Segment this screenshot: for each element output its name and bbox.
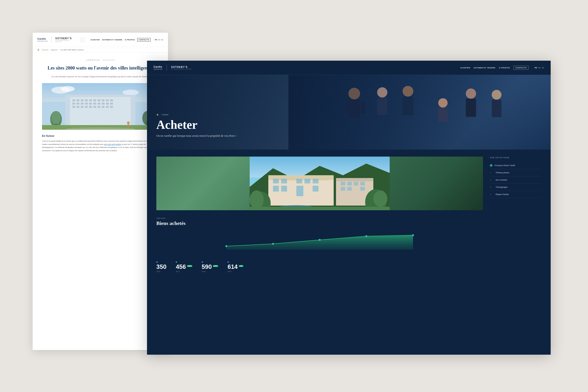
right-cardis-name: Cardis [154, 65, 162, 68]
svg-rect-8 [76, 100, 79, 101]
svg-rect-26 [110, 103, 113, 104]
nav-estimer[interactable]: ESTIMER ET VENDRE [102, 39, 122, 41]
breadcrumb-magazine[interactable]: Magazine [51, 49, 58, 51]
svg-rect-72 [281, 186, 287, 192]
search-input[interactable] [80, 37, 85, 42]
svg-point-88 [373, 190, 387, 207]
stat-2018: 590+30% 2018 [202, 261, 218, 272]
svg-point-96 [319, 239, 320, 241]
svg-rect-16 [110, 100, 113, 101]
cardis-brand-sub: IMMOBILIER [37, 40, 48, 42]
lang-en[interactable]: EN [158, 39, 160, 40]
lang-fr[interactable]: FR [155, 39, 157, 40]
breadcrumb-home-icon[interactable]: 🏠 [37, 49, 40, 51]
svg-rect-17 [72, 103, 75, 104]
hero-breadcrumb: 🏠 › Acheter [156, 114, 236, 116]
svg-point-43 [127, 121, 130, 124]
hero-breadcrumb-sep: › [160, 114, 161, 116]
article-body: C'est sur la quasi-totalité de la Suisse… [42, 140, 159, 152]
svg-rect-19 [81, 103, 84, 104]
article-subtitle: Les sites durables reposent sur une stra… [42, 75, 159, 78]
sidebar-item-3[interactable]: 3 Nos courtiers [490, 176, 541, 184]
cardis-logo: Cardis IMMOBILIER [37, 37, 48, 42]
sidebar-section: SUR CETTE PAGE Pourquoi choisir Cardis 2… [490, 156, 541, 272]
sidebar-num-2: 2 [490, 172, 493, 174]
nav-acheter[interactable]: ACHETER [90, 39, 100, 41]
stat-value-2018: 590+30% [202, 264, 218, 270]
svg-rect-10 [85, 100, 88, 101]
svg-rect-83 [360, 187, 365, 191]
sothebys-sub: INTERNATIONAL REALTY [55, 40, 74, 42]
sidebar-item-4[interactable]: 4 Témoignages [490, 184, 541, 191]
svg-rect-92 [250, 207, 390, 210]
sidebar-item-5[interactable]: 5 Étapes d'achat [490, 191, 541, 198]
right-nav-apropos[interactable]: À PROPOS [499, 67, 510, 69]
sidebar-num-3: 3 [490, 179, 493, 181]
property-section: 2016-2019 Biens achetés [156, 156, 483, 272]
right-cardis-logo: Cardis IMMOBILIER [154, 65, 162, 70]
svg-point-97 [366, 235, 367, 237]
right-lang-en[interactable]: EN [538, 67, 540, 69]
article-title: Les sites 2000 watts ou l'avenir des vil… [42, 65, 159, 71]
lang-de[interactable]: DE [161, 39, 163, 40]
breadcrumb: 🏠 › À propos › Magazine › Les Sites 2000… [33, 47, 168, 53]
article-link[interactable]: sept sites déjà habités [104, 143, 121, 145]
svg-rect-6 [70, 97, 131, 130]
svg-rect-31 [89, 106, 92, 108]
stat-year-2016: 2016 [156, 270, 166, 272]
article-meta: LIFESTYLE 25 janvier 2020 [42, 58, 159, 62]
svg-rect-9 [81, 100, 84, 101]
sidebar-item-2[interactable]: 2 Thèmes phares [490, 169, 541, 176]
right-lang-fr[interactable]: FR [534, 67, 537, 69]
svg-point-98 [412, 234, 414, 236]
sidebar-label-5: Étapes d'achat [496, 193, 509, 196]
diamond-icon [490, 164, 493, 167]
stat-2016: 350 2016 [156, 261, 166, 272]
svg-rect-78 [347, 182, 352, 186]
sidebar-item-1[interactable]: Pourquoi choisir Cardis [490, 162, 541, 169]
svg-rect-35 [106, 106, 109, 108]
svg-rect-44 [128, 124, 129, 128]
svg-point-4 [122, 90, 139, 95]
right-cardis-sub: IMMOBILIER [154, 68, 162, 70]
sidebar-heading: SUR CETTE PAGE [490, 156, 541, 159]
left-header: Cardis IMMOBILIER SOTHEBY'S INTERNATIONA… [33, 33, 168, 47]
svg-rect-32 [93, 106, 96, 108]
building-illustration [42, 83, 159, 130]
svg-point-39 [51, 111, 61, 124]
right-header: Cardis IMMOBILIER SOTHEBY'S INTERNATIONA… [147, 61, 551, 75]
right-nav-estimer[interactable]: ESTIMER ET VENDRE [474, 67, 495, 69]
article-hero-image [42, 83, 159, 130]
nav-contacts[interactable]: CONTACTS [137, 38, 150, 42]
svg-rect-14 [102, 100, 104, 101]
logo-divider [51, 36, 52, 43]
right-lang-de[interactable]: DE [542, 67, 544, 69]
villa-illustration [156, 156, 483, 210]
nav-apropos[interactable]: À PROPOS [124, 39, 135, 41]
stat-dot-2017 [176, 261, 177, 263]
svg-rect-13 [98, 100, 100, 101]
hero-breadcrumb-home: 🏠 [156, 114, 159, 116]
svg-rect-76 [336, 178, 373, 181]
stats-section: 2016-2019 Biens achetés [156, 217, 483, 272]
breadcrumb-apropos[interactable]: À propos [42, 49, 48, 51]
right-nav-contacts[interactable]: CONTACTS [514, 66, 528, 70]
svg-rect-21 [89, 103, 92, 104]
stat-value-2019: 614+5% [228, 264, 243, 270]
right-nav-acheter[interactable]: ACHETER [460, 67, 470, 69]
breadcrumb-current: Les Sites 2000 Watts ou l'avenir... [60, 49, 85, 51]
hero-title: Acheter [156, 118, 236, 131]
svg-rect-12 [93, 100, 96, 101]
sidebar-label-4: Témoignages [496, 186, 508, 188]
svg-rect-33 [98, 106, 100, 108]
hero-subtitle: On ne s'arrête que lorsque nous avons tr… [156, 134, 236, 138]
svg-rect-15 [106, 100, 109, 101]
sidebar-num-5: 5 [490, 194, 493, 196]
svg-rect-27 [72, 106, 75, 108]
hero-section: 🏠 › Acheter Acheter On ne s'arrête que l… [147, 75, 551, 150]
left-search-container[interactable] [80, 37, 85, 42]
stat-2017: 456+30% 2017 [176, 261, 192, 272]
stat-year-2017: 2017 [176, 270, 192, 272]
breadcrumb-sep3: › [59, 49, 59, 51]
svg-rect-77 [341, 182, 345, 186]
